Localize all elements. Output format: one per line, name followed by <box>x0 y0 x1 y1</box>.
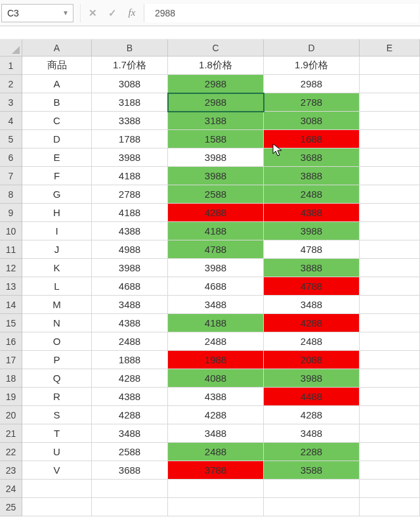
cell-C16[interactable]: 2488 <box>168 332 264 351</box>
row-header-20[interactable]: 20 <box>0 406 22 424</box>
col-header-B[interactable]: B <box>92 39 168 56</box>
select-all-corner[interactable] <box>0 39 22 56</box>
row-header-9[interactable]: 9 <box>0 204 22 222</box>
chevron-down-icon[interactable]: ▼ <box>62 9 69 16</box>
cell-B20[interactable]: 4288 <box>92 406 168 424</box>
cell-E3[interactable] <box>360 93 420 112</box>
cell-C15[interactable]: 4188 <box>168 314 264 332</box>
cell-B14[interactable]: 3488 <box>92 296 168 314</box>
cell-B3[interactable]: 3188 <box>92 93 168 112</box>
cell-E20[interactable] <box>360 406 420 424</box>
cell-D10[interactable]: 3988 <box>264 222 360 240</box>
cell-D5[interactable]: 1688 <box>264 130 360 148</box>
cell-D13[interactable]: 4788 <box>264 277 360 296</box>
col-header-A[interactable]: A <box>22 39 92 56</box>
cell-E22[interactable] <box>360 443 420 461</box>
cell-E19[interactable] <box>360 388 420 406</box>
cell-E14[interactable] <box>360 296 420 314</box>
row-header-1[interactable]: 1 <box>0 56 22 75</box>
row-header-25[interactable]: 25 <box>0 498 22 516</box>
cell-A18[interactable]: Q <box>22 369 92 388</box>
cell-A3[interactable]: B <box>22 93 92 112</box>
cell-E1[interactable] <box>360 56 420 75</box>
cell-A16[interactable]: O <box>22 332 92 351</box>
cell-C8[interactable]: 2588 <box>168 185 264 204</box>
cell-A10[interactable]: I <box>22 222 92 240</box>
cell-A19[interactable]: R <box>22 388 92 406</box>
cell-E2[interactable] <box>360 75 420 93</box>
cell-B4[interactable]: 3388 <box>92 112 168 130</box>
cell-A13[interactable]: L <box>22 277 92 296</box>
name-box[interactable]: C3 ▼ <box>1 4 74 22</box>
cell-D18[interactable]: 3988 <box>264 369 360 388</box>
cell-B5[interactable]: 1788 <box>92 130 168 148</box>
cell-A14[interactable]: M <box>22 296 92 314</box>
cell-C6[interactable]: 3988 <box>168 148 264 167</box>
cell-A7[interactable]: F <box>22 167 92 185</box>
cell-C11[interactable]: 4788 <box>168 240 264 259</box>
cell-C23[interactable]: 3788 <box>168 461 264 480</box>
spreadsheet-grid[interactable]: ABCDE1商品1.7价格1.8价格1.9价格2A3088298829883B3… <box>0 39 420 516</box>
cell-A8[interactable]: G <box>22 185 92 204</box>
cell-D23[interactable]: 3588 <box>264 461 360 480</box>
fx-icon[interactable]: fx <box>127 8 137 18</box>
cell-E9[interactable] <box>360 204 420 222</box>
cell-D3[interactable]: 2788 <box>264 93 360 112</box>
cell-E10[interactable] <box>360 222 420 240</box>
formula-input[interactable]: 2988 <box>144 4 419 22</box>
row-header-21[interactable]: 21 <box>0 424 22 443</box>
cell-C9[interactable]: 4288 <box>168 204 264 222</box>
cell-B10[interactable]: 4388 <box>92 222 168 240</box>
cell-E11[interactable] <box>360 240 420 259</box>
cell-C13[interactable]: 4688 <box>168 277 264 296</box>
cell-B11[interactable]: 4988 <box>92 240 168 259</box>
row-header-11[interactable]: 11 <box>0 240 22 259</box>
cell-D8[interactable]: 2488 <box>264 185 360 204</box>
cell-C4[interactable]: 3188 <box>168 112 264 130</box>
row-header-18[interactable]: 18 <box>0 369 22 388</box>
cell-D2[interactable]: 2988 <box>264 75 360 93</box>
row-header-16[interactable]: 16 <box>0 332 22 351</box>
cell-D1[interactable]: 1.9价格 <box>264 56 360 75</box>
cell-E8[interactable] <box>360 185 420 204</box>
cell-C1[interactable]: 1.8价格 <box>168 56 264 75</box>
cell-C18[interactable]: 4088 <box>168 369 264 388</box>
cell-C22[interactable]: 2488 <box>168 443 264 461</box>
row-header-22[interactable]: 22 <box>0 443 22 461</box>
cell-A24[interactable] <box>22 480 92 498</box>
row-header-6[interactable]: 6 <box>0 148 22 167</box>
cell-E5[interactable] <box>360 130 420 148</box>
row-header-12[interactable]: 12 <box>0 259 22 277</box>
cell-C7[interactable]: 3988 <box>168 167 264 185</box>
confirm-icon[interactable]: ✓ <box>107 8 117 18</box>
col-header-D[interactable]: D <box>264 39 360 56</box>
cell-C5[interactable]: 1588 <box>168 130 264 148</box>
cell-B16[interactable]: 2488 <box>92 332 168 351</box>
cell-A9[interactable]: H <box>22 204 92 222</box>
cell-B21[interactable]: 3488 <box>92 424 168 443</box>
cell-C17[interactable]: 1988 <box>168 351 264 369</box>
cell-D7[interactable]: 3888 <box>264 167 360 185</box>
cell-D21[interactable]: 3488 <box>264 424 360 443</box>
cell-A12[interactable]: K <box>22 259 92 277</box>
cell-B9[interactable]: 4188 <box>92 204 168 222</box>
cell-B2[interactable]: 3088 <box>92 75 168 93</box>
cell-D15[interactable]: 4288 <box>264 314 360 332</box>
cell-A22[interactable]: U <box>22 443 92 461</box>
cell-D12[interactable]: 3888 <box>264 259 360 277</box>
cell-D11[interactable]: 4788 <box>264 240 360 259</box>
cell-C2[interactable]: 2988 <box>168 75 264 93</box>
cell-E12[interactable] <box>360 259 420 277</box>
cell-B15[interactable]: 4388 <box>92 314 168 332</box>
cell-B17[interactable]: 1888 <box>92 351 168 369</box>
cell-E21[interactable] <box>360 424 420 443</box>
cell-D9[interactable]: 4388 <box>264 204 360 222</box>
row-header-19[interactable]: 19 <box>0 388 22 406</box>
cell-D24[interactable] <box>264 480 360 498</box>
cell-B1[interactable]: 1.7价格 <box>92 56 168 75</box>
cell-C10[interactable]: 4188 <box>168 222 264 240</box>
row-header-5[interactable]: 5 <box>0 130 22 148</box>
row-header-8[interactable]: 8 <box>0 185 22 204</box>
row-header-3[interactable]: 3 <box>0 93 22 112</box>
row-header-7[interactable]: 7 <box>0 167 22 185</box>
